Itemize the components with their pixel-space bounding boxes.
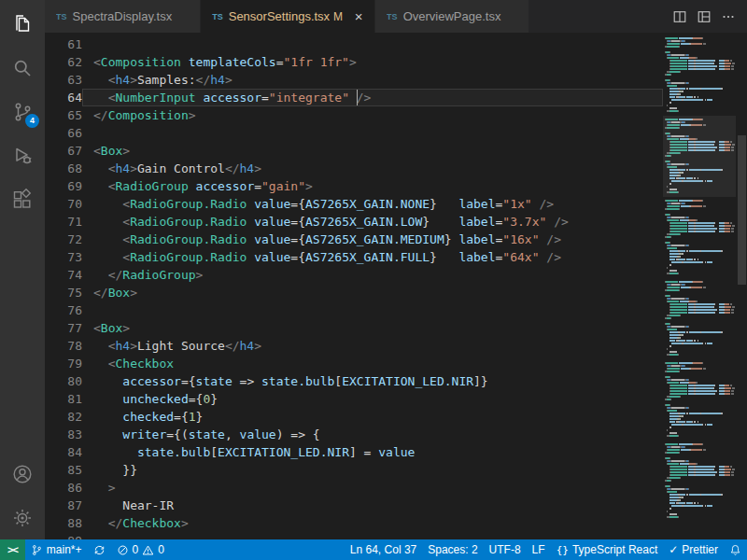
formatter-status[interactable]: ✓ Prettier	[663, 539, 724, 560]
warning-count: 0	[158, 543, 164, 556]
code-line[interactable]: 89	[45, 532, 663, 539]
code-line[interactable]: 86 >	[45, 479, 663, 497]
remote-icon: ><	[7, 544, 18, 555]
editor-group: TS SpectraDisplay.tsx TS SensorSettings.…	[45, 0, 747, 539]
line-number: 75	[45, 284, 82, 301]
line-number: 61	[45, 35, 82, 53]
code-line[interactable]: 71 <RadioGroup.Radio value={AS7265X_GAIN…	[45, 213, 663, 231]
braces-icon: {}	[557, 544, 569, 556]
line-number: 70	[45, 195, 82, 213]
line-number: 76	[45, 301, 82, 319]
editor-layout-icon[interactable]	[693, 6, 715, 28]
check-icon: ✓	[669, 543, 678, 556]
code-line[interactable]: 70 <RadioGroup.Radio value={AS7265X_GAIN…	[45, 195, 663, 213]
sync-changes[interactable]	[88, 539, 111, 560]
code-line[interactable]: 75</Box>	[45, 284, 663, 301]
line-number: 71	[45, 213, 82, 231]
tab-overviewpage[interactable]: TS OverviewPage.tsx	[375, 0, 529, 33]
code-line[interactable]: 82 checked={1}	[45, 408, 663, 426]
split-editor-icon[interactable]	[669, 6, 691, 28]
code-line[interactable]: 68 <h4>Gain Control</h4>	[45, 160, 663, 177]
minimap[interactable]	[663, 33, 736, 539]
line-number: 87	[45, 497, 82, 514]
code-line[interactable]: 69 <RadioGroup accessor="gain">	[45, 177, 663, 195]
eol-status[interactable]: LF	[527, 539, 551, 560]
activity-source-control[interactable]: 4	[0, 90, 45, 133]
activity-explorer[interactable]	[0, 2, 45, 46]
code-line[interactable]: 74 </RadioGroup>	[45, 266, 663, 284]
typescript-file-icon: TS	[56, 12, 67, 21]
git-modified-badge: M	[333, 10, 343, 23]
line-number: 65	[45, 106, 82, 124]
line-number: 84	[45, 443, 82, 461]
search-icon	[11, 57, 34, 79]
code-line[interactable]: 65</Composition>	[45, 106, 663, 124]
minimap-content	[663, 35, 736, 522]
problems-indicator[interactable]: 0 0	[111, 539, 170, 560]
code-line[interactable]: 63 <h4>Samples:</h4>	[45, 71, 663, 89]
line-number: 69	[45, 177, 82, 195]
activity-bar: 4	[0, 0, 45, 539]
code-line[interactable]: 87 Near-IR	[45, 497, 663, 514]
line-number: 86	[45, 479, 82, 497]
code-line[interactable]: 81 unchecked={0}	[45, 390, 663, 408]
minimap-slider[interactable]	[663, 116, 736, 197]
account-icon	[11, 463, 34, 485]
line-number: 73	[45, 248, 82, 266]
files-icon	[11, 13, 34, 35]
tab-label: SensorSettings.tsx	[229, 9, 330, 23]
activity-extensions[interactable]	[0, 177, 45, 221]
code-line[interactable]: 78 <h4>Light Source</h4>	[45, 337, 663, 355]
code-line[interactable]: 83 writer={(state, value) => {	[45, 426, 663, 443]
code-line[interactable]: 85 }}	[45, 461, 663, 479]
tab-label: OverviewPage.tsx	[403, 9, 501, 23]
scrollbar-thumb[interactable]	[738, 135, 746, 285]
line-number: 62	[45, 53, 82, 71]
error-count: 0	[133, 543, 139, 556]
close-tab-icon[interactable]: ×	[350, 8, 367, 24]
activity-account[interactable]	[0, 452, 45, 496]
code-lines[interactable]: 6162<Composition templateCols="1fr 1fr">…	[45, 33, 663, 539]
tab-spectradisplay[interactable]: TS SpectraDisplay.tsx	[45, 0, 201, 33]
line-number: 74	[45, 266, 82, 284]
tab-bar: TS SpectraDisplay.tsx TS SensorSettings.…	[45, 0, 747, 33]
indentation-label: Spaces: 2	[428, 543, 477, 556]
editor: 6162<Composition templateCols="1fr 1fr">…	[45, 33, 747, 539]
code-line[interactable]: 66	[45, 124, 663, 142]
remote-indicator[interactable]: ><	[0, 539, 25, 560]
language-label: TypeScript React	[572, 543, 657, 556]
text-cursor	[357, 90, 359, 105]
workbench: 4 TS SpectraDisplay.tsx	[0, 0, 747, 539]
tab-sensorsettings[interactable]: TS SensorSettings.tsx M ×	[201, 0, 375, 33]
encoding-status[interactable]: UTF-8	[484, 539, 527, 560]
code-line[interactable]: 79 <Checkbox	[45, 355, 663, 372]
code-line[interactable]: 73 <RadioGroup.Radio value={AS7265X_GAIN…	[45, 248, 663, 266]
indentation-status[interactable]: Spaces: 2	[422, 539, 483, 560]
code-line[interactable]: 64 <NumberInput accessor="integrate" />	[45, 89, 663, 106]
code-line[interactable]: 88 </Checkbox>	[45, 514, 663, 532]
line-number: 68	[45, 160, 82, 177]
cursor-position-status[interactable]: Ln 64, Col 37	[345, 539, 422, 560]
eol-label: LF	[532, 543, 545, 556]
notifications-bell[interactable]	[724, 539, 747, 560]
code-line[interactable]: 77<Box>	[45, 319, 663, 337]
vscode-window: 4 TS SpectraDisplay.tsx	[0, 0, 747, 560]
activity-settings[interactable]	[0, 496, 45, 539]
bell-icon	[729, 544, 741, 556]
code-line[interactable]: 72 <RadioGroup.Radio value={AS7265X_GAIN…	[45, 231, 663, 248]
code-line[interactable]: 61	[45, 35, 663, 53]
code-line[interactable]: 67<Box>	[45, 142, 663, 160]
settings-gear-icon	[11, 507, 34, 529]
typescript-file-icon: TS	[212, 12, 223, 21]
line-number: 88	[45, 514, 82, 532]
activity-run-debug[interactable]	[0, 133, 45, 177]
code-line[interactable]: 62<Composition templateCols="1fr 1fr">	[45, 53, 663, 71]
vertical-scrollbar[interactable]	[736, 33, 747, 539]
git-branch-status[interactable]: main*+	[25, 539, 88, 560]
activity-search[interactable]	[0, 46, 45, 90]
code-line[interactable]: 84 state.bulb[EXCITATION_LED.NIR] = valu…	[45, 443, 663, 461]
code-line[interactable]: 80 accessor={state => state.bulb[EXCITAT…	[45, 372, 663, 390]
more-actions-icon[interactable]	[717, 6, 740, 28]
code-line[interactable]: 76	[45, 301, 663, 319]
language-mode-status[interactable]: {} TypeScript React	[551, 539, 664, 560]
